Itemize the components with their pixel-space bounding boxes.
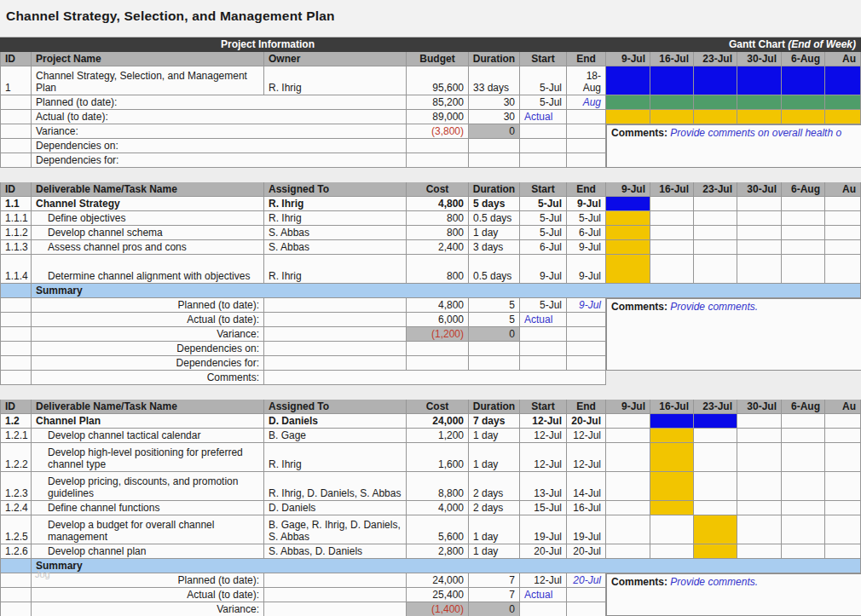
cell-end[interactable]: 12-Jul [567,443,606,472]
gantt-bar-cell[interactable] [606,226,650,240]
cell-task-name[interactable]: Develop high-level positioning for prefe… [32,443,264,472]
cell-id[interactable]: 1.1.4 [0,255,32,284]
gantt-week-header[interactable]: 6-Aug [782,400,825,414]
cell-label[interactable]: Dependencies on: [32,139,407,153]
cell-cost[interactable]: 800 [407,226,469,240]
column-header-end[interactable]: End [567,182,606,197]
cell-id[interactable] [0,588,32,602]
cell-id[interactable]: 1.1.3 [0,240,32,255]
cell-owner[interactable]: D. Daniels [264,414,407,429]
comments-box-project[interactable]: Comments: Provide comments on overall he… [606,124,861,168]
cell-start[interactable]: 12-Jul [520,414,567,429]
cell-empty[interactable] [264,298,407,313]
cell-end[interactable] [567,342,606,356]
cell-end[interactable] [567,110,606,124]
cell-label[interactable]: Variance: [32,327,264,342]
gantt-cell[interactable] [737,255,782,284]
gantt-week-header[interactable]: 23-Jul [694,52,737,66]
gantt-bar-cell[interactable] [737,66,782,95]
cell-id[interactable] [0,139,32,153]
cell-id[interactable] [0,298,32,313]
gantt-cell[interactable] [782,515,825,544]
cell-end[interactable] [567,153,606,168]
gantt-cell[interactable] [737,197,782,211]
cell-end[interactable]: 18-Aug [567,66,606,95]
cell-duration[interactable]: 1 day [469,429,520,443]
cell-end[interactable]: 6-Jul [567,226,606,240]
column-header-id[interactable]: ID [0,52,32,66]
gantt-bar-cell[interactable] [606,211,650,226]
cell-id[interactable]: 1.2 [0,414,32,429]
cell-end[interactable]: 9-Jul [567,240,606,255]
cell-empty[interactable] [264,342,407,356]
cell-id[interactable]: 1.1 [0,197,32,211]
cell-start[interactable]: 5-Jul [520,197,567,211]
gantt-week-header[interactable]: 13-Au [825,52,861,66]
gantt-cell[interactable] [782,443,825,472]
cell-end[interactable]: 12-Jul [567,429,606,443]
cell-start[interactable]: 15-Jul [520,501,567,515]
cell-start[interactable] [520,342,567,356]
gantt-cell[interactable] [782,544,825,559]
cell-label[interactable]: Planned (to date): [32,298,264,313]
gantt-bar-cell[interactable] [825,95,861,110]
cell-label[interactable]: Actual (to date): [32,313,264,327]
cell-cost[interactable]: 4,000 [407,501,469,515]
cell-duration[interactable]: 1 day [469,443,520,472]
cell-id[interactable]: 1.2.6 [0,544,32,559]
cell-cost[interactable]: 6,000 [407,313,469,327]
cell-duration[interactable]: 0 [469,327,520,342]
gantt-cell[interactable] [606,501,650,515]
cell-end[interactable]: 20-Jul [567,414,606,429]
gantt-cell[interactable] [782,197,825,211]
gantt-cell[interactable] [737,515,782,544]
gantt-week-header[interactable]: 30-Jul [737,400,782,414]
cell-duration[interactable] [469,153,520,168]
column-header-owner[interactable]: Assigned To [264,182,407,197]
cell-owner[interactable]: R. Ihrig [264,197,407,211]
gantt-cell[interactable] [737,443,782,472]
summary-bar-label[interactable]: Summary [32,559,861,573]
cell-id[interactable]: 1.1.1 [0,211,32,226]
cell-owner[interactable]: S. Abbas [264,240,407,255]
column-header-cost[interactable]: Cost [407,400,469,414]
gantt-cell[interactable] [650,255,694,284]
gantt-cell[interactable] [825,472,861,501]
gantt-bar-cell[interactable] [782,110,825,124]
cell-task-name[interactable]: Develop a budget for overall channel man… [32,515,264,544]
cell-id[interactable]: 1.2.3 [0,472,32,501]
gantt-bar-cell[interactable] [606,66,650,95]
gantt-week-header[interactable]: 23-Jul [694,182,737,197]
cell-cost[interactable]: (1,200) [407,327,469,342]
cell-label[interactable]: Dependencies on: [32,342,264,356]
gantt-cell[interactable] [606,515,650,544]
gantt-bar-cell[interactable] [650,66,694,95]
gantt-cell[interactable] [650,515,694,544]
cell-end[interactable]: 9-Jul [567,197,606,211]
column-header-duration[interactable]: Duration [469,182,520,197]
cell-task-name[interactable]: Develop pricing, discounts, and promotio… [32,472,264,501]
column-header-start[interactable]: Start [520,52,567,66]
cell-start[interactable]: 5-Jul [520,66,567,95]
cell-cost[interactable]: 1,600 [407,443,469,472]
cell-label[interactable]: Variance: [32,602,264,616]
cell-task-name[interactable]: Channel Strategy, Selection, and Managem… [32,66,264,95]
cell-id[interactable] [0,356,32,371]
gantt-cell[interactable] [650,544,694,559]
gantt-cell[interactable] [782,240,825,255]
cell-id[interactable] [0,371,32,385]
cell-id[interactable] [0,124,32,139]
cell-cost[interactable]: 1,200 [407,429,469,443]
cell-duration[interactable]: 5 [469,298,520,313]
cell-duration[interactable]: 0.5 days [469,255,520,284]
column-header-owner[interactable]: Assigned To [264,400,407,414]
cell-duration[interactable]: 5 days [469,197,520,211]
column-header-id[interactable]: ID [0,400,32,414]
cell-label[interactable]: Variance: [32,124,407,139]
cell-start[interactable] [520,602,567,616]
gantt-bar-cell[interactable] [606,240,650,255]
cell-id[interactable] [0,110,32,124]
cell-id[interactable] [0,342,32,356]
gantt-cell[interactable] [825,443,861,472]
cell-owner[interactable]: R. Ihrig, D. Daniels, S. Abbas [264,472,407,501]
